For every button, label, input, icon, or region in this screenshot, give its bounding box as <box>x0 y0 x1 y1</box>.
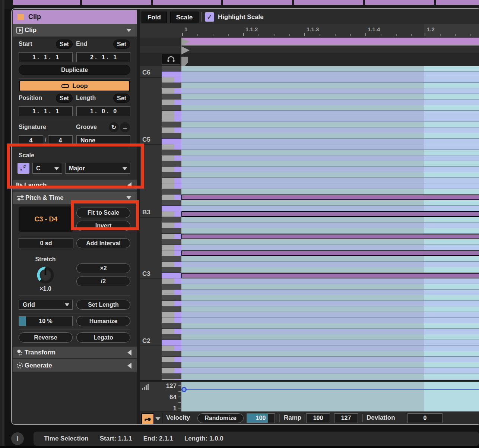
piano-key[interactable] <box>162 105 181 111</box>
piano-key[interactable] <box>162 334 181 340</box>
shift-value[interactable]: 0 sd <box>19 238 73 248</box>
grid-row[interactable] <box>181 122 479 127</box>
piano-key[interactable] <box>162 301 181 306</box>
ruler-beat-label[interactable]: 1.1.2 <box>245 26 258 32</box>
chevron-left-icon[interactable] <box>127 182 131 188</box>
signature-denominator[interactable]: 4 <box>48 135 73 145</box>
set-length-button[interactable]: Set Length <box>76 300 130 310</box>
chevron-left-icon[interactable] <box>127 363 131 369</box>
piano-key[interactable] <box>162 122 181 127</box>
chevron-left-icon[interactable] <box>127 350 131 356</box>
piano-key[interactable] <box>162 351 181 357</box>
grid-row[interactable] <box>181 178 479 183</box>
ruler-beat-label[interactable]: 1.2 <box>427 26 435 32</box>
velocity-breakpoint-marker[interactable] <box>181 387 187 392</box>
piano-key[interactable] <box>162 273 181 278</box>
grid-row[interactable] <box>181 295 479 301</box>
stretch-half-button[interactable]: /2 <box>76 277 130 286</box>
grid-row[interactable] <box>181 133 479 139</box>
randomize-amount[interactable]: 100 <box>247 413 275 423</box>
piano-key[interactable] <box>162 77 181 83</box>
grid-row[interactable] <box>181 357 479 362</box>
grid-row[interactable] <box>181 368 479 373</box>
groove-commit-icon[interactable]: ↻ <box>109 122 119 132</box>
grid-row[interactable] <box>181 100 479 105</box>
clip-color-swatch[interactable] <box>18 14 24 20</box>
piano-key[interactable] <box>162 278 181 284</box>
grid-row[interactable] <box>181 278 479 284</box>
piano-key[interactable] <box>162 116 181 122</box>
end-set-button[interactable]: Set <box>113 40 130 49</box>
loop-start-marker[interactable] <box>181 38 190 46</box>
scale-root-select[interactable]: C <box>32 163 62 174</box>
arrangement-clip-fragment[interactable] <box>153 0 221 5</box>
end-value[interactable]: 2 . 1 . 1 <box>76 52 130 62</box>
clip-title-bar[interactable]: Clip <box>13 10 137 24</box>
midi-note[interactable] <box>181 195 479 200</box>
length-value[interactable]: 1 . 0 . 0 <box>76 106 130 116</box>
chevron-down-icon[interactable] <box>126 29 131 32</box>
grid-row[interactable] <box>181 83 479 88</box>
grid-row[interactable] <box>181 267 479 273</box>
lane-select-chevron-icon[interactable] <box>155 417 161 420</box>
piano-key[interactable] <box>162 94 181 100</box>
piano-key[interactable] <box>162 234 181 239</box>
piano-key[interactable] <box>162 150 181 155</box>
grid-row[interactable] <box>181 318 479 323</box>
grid-row[interactable] <box>181 346 479 351</box>
ruler-beat-label[interactable]: 1 <box>184 26 187 32</box>
piano-key[interactable] <box>162 217 181 223</box>
scale-mode-button[interactable]: Scale <box>170 12 199 23</box>
grid-row[interactable] <box>181 290 479 295</box>
velocity-lane[interactable] <box>181 382 479 411</box>
grid-row[interactable] <box>181 72 479 77</box>
start-set-button[interactable]: Set <box>56 40 73 49</box>
piano-key[interactable] <box>162 306 181 312</box>
fold-button[interactable]: Fold <box>142 12 167 23</box>
position-set-button[interactable]: Set <box>56 94 73 103</box>
info-icon[interactable]: i <box>11 432 24 445</box>
grid-row[interactable] <box>181 256 479 262</box>
piano-key[interactable] <box>162 267 181 273</box>
add-interval-button[interactable]: Add Interval <box>76 238 130 248</box>
grid-row[interactable] <box>181 334 479 340</box>
grid-row[interactable] <box>181 167 479 172</box>
groove-apply-icon[interactable]: → <box>120 122 130 132</box>
grid-row[interactable] <box>181 155 479 161</box>
clip-section-header[interactable]: Clip <box>13 24 137 37</box>
piano-key[interactable] <box>162 295 181 301</box>
beat-time-ruler[interactable]: 11.1.21.1.31.1.41.2 <box>140 24 479 38</box>
arrangement-clip-fragment[interactable] <box>223 0 292 5</box>
piano-key[interactable] <box>162 167 181 172</box>
piano-key[interactable] <box>162 256 181 262</box>
humanize-button[interactable]: Humanize <box>76 316 130 326</box>
piano-key[interactable] <box>162 111 181 116</box>
grid-row[interactable] <box>181 340 479 346</box>
piano-key[interactable] <box>162 195 181 200</box>
grid-row[interactable] <box>181 284 479 290</box>
fit-to-scale-button[interactable]: Fit to Scale <box>76 208 130 218</box>
legato-button[interactable]: Legato <box>76 332 130 343</box>
midi-note[interactable] <box>181 273 479 278</box>
grid-row[interactable] <box>181 77 479 83</box>
transform-section-header[interactable]: Transform <box>13 347 137 358</box>
piano-key[interactable] <box>162 88 181 94</box>
piano-key[interactable] <box>162 100 181 105</box>
highlight-scale-checkbox[interactable]: ✓ <box>205 12 214 22</box>
piano-key[interactable] <box>162 189 181 195</box>
grid-row[interactable] <box>181 329 479 334</box>
loop-region-bar[interactable] <box>181 38 479 45</box>
grid-row[interactable] <box>181 217 479 223</box>
stretch-double-button[interactable]: ×2 <box>76 264 130 273</box>
ramp-from-value[interactable]: 100 <box>306 413 330 423</box>
piano-key[interactable] <box>162 373 181 379</box>
grid-row[interactable] <box>181 144 479 150</box>
grid-row[interactable] <box>181 105 479 111</box>
signature-numerator[interactable]: 4 <box>19 135 43 145</box>
piano-key[interactable] <box>162 323 181 329</box>
grid-row[interactable] <box>181 301 479 306</box>
piano-key[interactable] <box>162 312 181 318</box>
grid-row[interactable] <box>181 127 479 133</box>
arrangement-clip-fragment[interactable] <box>436 0 479 5</box>
grid-row[interactable] <box>181 172 479 178</box>
